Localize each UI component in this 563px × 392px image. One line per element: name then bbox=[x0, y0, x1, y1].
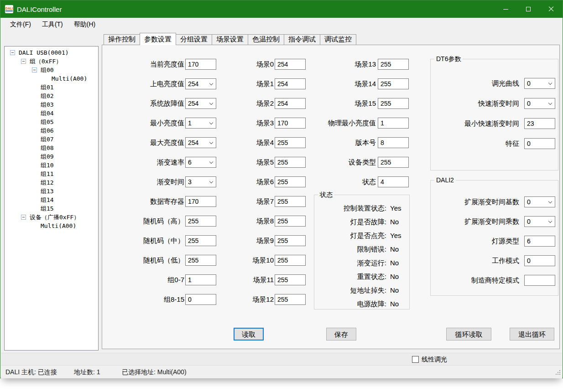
scene-input[interactable] bbox=[275, 255, 306, 266]
scene-input[interactable] bbox=[275, 235, 306, 246]
tree-item[interactable]: 组03 bbox=[5, 100, 98, 109]
scene-label: 场景7 bbox=[220, 197, 274, 206]
tab-3[interactable]: 场景设置 bbox=[212, 34, 248, 45]
tree-expander-icon[interactable] bbox=[32, 67, 37, 72]
param3-input[interactable] bbox=[378, 157, 409, 168]
loop-read-button[interactable]: 循环读取 bbox=[446, 328, 491, 340]
param-combobox[interactable]: 6 bbox=[185, 157, 216, 168]
maximize-button[interactable] bbox=[517, 0, 540, 18]
param-label: 最大亮度值 bbox=[106, 138, 184, 147]
scene-input[interactable] bbox=[275, 294, 306, 305]
dt6-combobox[interactable]: 0 bbox=[524, 78, 555, 89]
dt6-input[interactable] bbox=[524, 118, 555, 129]
dali2-label: 制造商特定模式 bbox=[431, 276, 519, 285]
tree-expander-icon[interactable] bbox=[21, 59, 26, 64]
param3-input[interactable] bbox=[378, 59, 409, 70]
dali2-input[interactable] bbox=[524, 255, 555, 266]
tree-item[interactable]: 组15 bbox=[5, 204, 98, 213]
menu-item-1[interactable]: 工具(T) bbox=[36, 18, 68, 31]
tree-item[interactable]: 组08 bbox=[5, 144, 98, 152]
tree-item[interactable]: 组05 bbox=[5, 118, 98, 126]
dt6-input[interactable] bbox=[524, 138, 555, 149]
param-combobox[interactable]: 254 bbox=[185, 137, 216, 148]
tab-4[interactable]: 色温控制 bbox=[248, 34, 284, 45]
status-host: DALI 主机: 已连接 bbox=[5, 368, 57, 377]
param-combobox[interactable]: 1 bbox=[185, 118, 216, 129]
tree-item[interactable]: 设备（广播0xFF） bbox=[5, 213, 98, 222]
app-window: DALI DALIController 文件(F)工具(T)帮助(H) DALI… bbox=[0, 0, 563, 378]
tree-item[interactable]: 组01 bbox=[5, 83, 98, 92]
param-label: 渐变速率 bbox=[106, 158, 184, 167]
tree-item[interactable]: 组11 bbox=[5, 170, 98, 178]
tree-expander-icon[interactable] bbox=[10, 50, 15, 55]
tree-item-label: 组10 bbox=[41, 161, 54, 170]
resize-grip[interactable] bbox=[556, 374, 557, 375]
param-combobox-value: 254 bbox=[188, 100, 198, 107]
tab-2[interactable]: 分组设置 bbox=[176, 34, 212, 45]
tree-item[interactable]: 组14 bbox=[5, 196, 98, 204]
param-combobox[interactable]: 3 bbox=[185, 176, 216, 187]
exit-loop-button[interactable]: 退出循环 bbox=[510, 328, 554, 340]
tree-item-label: 组09 bbox=[41, 153, 54, 161]
tree-item[interactable]: 组10 bbox=[5, 161, 98, 170]
dali2-label: 扩展渐变时间乘数 bbox=[431, 217, 519, 226]
tree-item[interactable]: 组02 bbox=[5, 92, 98, 100]
close-button[interactable] bbox=[540, 0, 563, 18]
tab-6[interactable]: 调试监控 bbox=[320, 34, 356, 45]
status-value: No bbox=[390, 259, 399, 267]
param-input[interactable] bbox=[185, 235, 216, 246]
param-combobox[interactable]: 254 bbox=[185, 98, 216, 109]
param-input[interactable] bbox=[185, 59, 216, 70]
tree-item[interactable]: Multi(A00) bbox=[5, 222, 98, 230]
linear-dimming-checkbox[interactable] bbox=[412, 356, 419, 363]
param-input[interactable] bbox=[185, 255, 216, 266]
tree-item[interactable]: 组13 bbox=[5, 187, 98, 196]
param3-input[interactable] bbox=[378, 118, 409, 129]
dali2-combobox[interactable]: 0 bbox=[524, 196, 555, 207]
param-input[interactable] bbox=[185, 216, 216, 227]
dali2-input[interactable] bbox=[524, 236, 555, 247]
param-input[interactable] bbox=[185, 294, 216, 305]
tree-item[interactable]: 组12 bbox=[5, 178, 98, 187]
param3-input[interactable] bbox=[378, 98, 409, 109]
minimize-button[interactable] bbox=[494, 0, 517, 18]
chevron-down-icon bbox=[548, 219, 552, 223]
scene-input[interactable] bbox=[275, 274, 306, 285]
dali2-label: 扩展渐变时间基数 bbox=[431, 197, 519, 206]
tree-item[interactable]: 组07 bbox=[5, 135, 98, 144]
save-button[interactable]: 保存 bbox=[326, 328, 356, 340]
param-input[interactable] bbox=[185, 196, 216, 207]
param-label: 当前亮度值 bbox=[106, 60, 184, 69]
scene-label: 场景10 bbox=[220, 256, 274, 265]
param-input[interactable] bbox=[185, 274, 216, 285]
menu-item-0[interactable]: 文件(F) bbox=[5, 18, 36, 31]
param-label: 随机码（中） bbox=[106, 236, 184, 245]
read-button[interactable]: 读取 bbox=[234, 328, 264, 340]
param3-input[interactable] bbox=[378, 78, 409, 89]
tree-item[interactable]: Multi(A00) bbox=[5, 74, 98, 83]
tree-item[interactable]: 组04 bbox=[5, 109, 98, 118]
param3-input[interactable] bbox=[378, 137, 409, 148]
tab-1[interactable]: 参数设置 bbox=[140, 33, 176, 45]
scene-label: 场景11 bbox=[220, 275, 274, 284]
param-combobox[interactable]: 254 bbox=[185, 78, 216, 89]
tree-item[interactable]: 组（0xFF） bbox=[5, 57, 98, 66]
tree-item[interactable]: 组09 bbox=[5, 152, 98, 161]
scene-input[interactable] bbox=[275, 216, 306, 227]
dali2-input[interactable] bbox=[524, 275, 555, 286]
linear-dimming-label: 线性调光 bbox=[422, 356, 447, 364]
tree-item[interactable]: 组06 bbox=[5, 126, 98, 135]
status-value: Yes bbox=[390, 232, 401, 239]
tree-item-label: 组（0xFF） bbox=[30, 57, 62, 66]
dali2-combobox[interactable]: 0 bbox=[524, 216, 555, 227]
scene-input[interactable] bbox=[275, 196, 306, 207]
tree-item[interactable]: DALI USB(0001) bbox=[5, 48, 98, 57]
tab-0[interactable]: 操作控制 bbox=[104, 34, 140, 45]
chevron-down-icon bbox=[548, 200, 552, 203]
menu-item-2[interactable]: 帮助(H) bbox=[68, 18, 101, 31]
tree-item[interactable]: 组00 bbox=[5, 66, 98, 74]
tab-5[interactable]: 指令调试 bbox=[284, 34, 320, 45]
param3-input[interactable] bbox=[378, 176, 409, 187]
dt6-combobox[interactable]: 0 bbox=[524, 98, 555, 109]
tree-expander-icon[interactable] bbox=[21, 215, 26, 220]
